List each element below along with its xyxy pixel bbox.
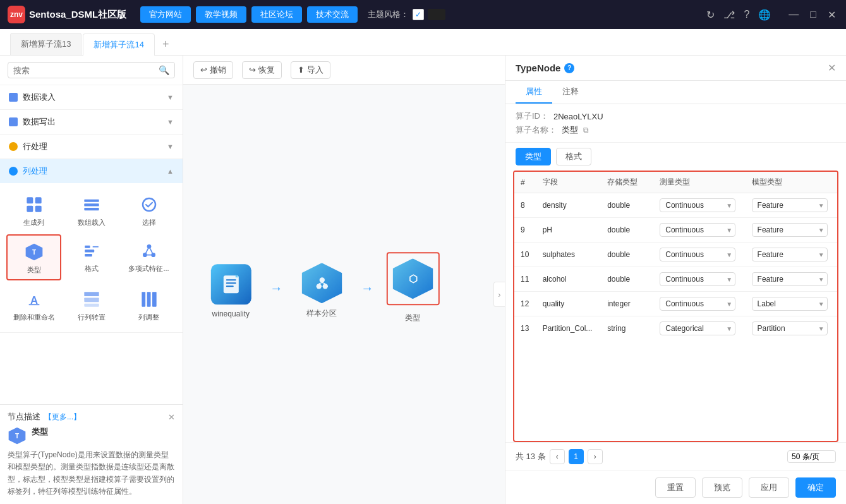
model-select[interactable]: FeatureLabelPartitionNone: [752, 198, 828, 212]
node-desc-close-btn[interactable]: ✕: [168, 412, 175, 422]
sidebar-item-select[interactable]: 选择: [121, 188, 176, 232]
import-icon: ⬆: [298, 65, 305, 75]
theme-check[interactable]: ✓: [413, 9, 424, 20]
globe-icon[interactable]: 🌐: [758, 9, 771, 21]
cell-num: 12: [514, 292, 536, 316]
panel-close-btn[interactable]: ✕: [828, 62, 836, 74]
sidebar-item-arr-load[interactable]: 数组载入: [64, 188, 119, 232]
close-btn[interactable]: ✕: [825, 9, 838, 21]
per-page-select[interactable]: 50 条/页 20 条/页 100 条/页: [787, 450, 836, 463]
theme-dark[interactable]: [428, 9, 445, 20]
total-count: 共 13 条: [516, 451, 546, 462]
panel-tab-note[interactable]: 注释: [552, 81, 589, 104]
right-panel: TypeNode ? ✕ 属性 注释 算子ID： 2NeaoLYLXU 算子名称…: [505, 56, 846, 504]
logo-icon: znv: [8, 6, 25, 23]
flow-container: winequality → 样本分区: [210, 258, 433, 323]
format-icon: [80, 239, 103, 262]
cell-measure: ContinuousCategoricalFlagTypeless ▼: [653, 316, 745, 341]
svg-text:T: T: [32, 249, 35, 256]
maximize-btn[interactable]: □: [807, 9, 819, 21]
cell-field: Partition_Col...: [536, 316, 601, 341]
model-select[interactable]: FeatureLabelPartitionNone: [752, 223, 828, 237]
help-icon[interactable]: ?: [744, 9, 749, 20]
sidebar-item-gen-col[interactable]: 生成列: [6, 188, 61, 232]
cell-num: 10: [514, 243, 536, 267]
section-header-data-out[interactable]: 数据写出 ▼: [0, 110, 183, 134]
search-icon: 🔍: [159, 65, 169, 75]
node-desc-header: 节点描述 【更多...】 ✕: [8, 411, 175, 423]
flow-node-type[interactable]: ⬡ 类型: [392, 258, 433, 323]
svg-rect-31: [226, 279, 236, 280]
type-icon: T: [23, 241, 45, 263]
undo-button[interactable]: ↩ 撤销: [193, 61, 233, 79]
reset-btn[interactable]: 重置: [655, 477, 696, 498]
section-header-row-proc[interactable]: 行处理 ▼: [0, 135, 183, 159]
btn-tech[interactable]: 技术交流: [307, 6, 358, 23]
measure-select[interactable]: ContinuousCategoricalFlagTypeless: [660, 297, 735, 311]
model-select[interactable]: FeatureLabelPartitionNone: [752, 297, 828, 311]
flow-node-winequality[interactable]: winequality: [210, 264, 251, 318]
measure-select[interactable]: ContinuousCategoricalFlagTypeless: [660, 223, 735, 237]
tab-2[interactable]: 新增算子流14: [83, 33, 154, 56]
sidebar-item-col-adj[interactable]: 列调整: [121, 283, 176, 327]
search-wrap[interactable]: 🔍: [8, 62, 175, 78]
copy-icon[interactable]: ⧉: [583, 126, 589, 135]
svg-rect-5: [84, 203, 99, 206]
panel-help-icon[interactable]: ?: [564, 63, 574, 73]
tab-1[interactable]: 新增算子流13: [10, 33, 82, 55]
sidebar-item-row-col[interactable]: 行列转置: [64, 283, 119, 327]
model-select[interactable]: FeatureLabelPartitionNone: [752, 272, 828, 286]
sidebar-item-delete-rename[interactable]: A 删除和重命名: [6, 283, 61, 327]
table-row: 9 pH double ContinuousCategoricalFlagTyp…: [514, 218, 837, 243]
node-desc-more-link[interactable]: 【更多...】: [44, 412, 81, 423]
sidebar-item-type[interactable]: T 类型: [6, 234, 61, 280]
section-header-col-proc[interactable]: 列处理 ▲: [0, 159, 183, 183]
panel-tab-attr[interactable]: 属性: [516, 81, 552, 104]
subtab-format[interactable]: 格式: [556, 148, 591, 165]
undo-icon: ↩: [200, 65, 207, 75]
measure-select[interactable]: ContinuousCategoricalFlagTypeless: [660, 272, 735, 286]
svg-rect-3: [35, 206, 41, 212]
cell-storage: string: [601, 316, 653, 341]
table-row: 13 Partition_Col... string ContinuousCat…: [514, 316, 837, 341]
redo-button[interactable]: ↪ 恢复: [242, 61, 282, 79]
measure-select[interactable]: ContinuousCategoricalFlagTypeless: [660, 198, 735, 212]
canvas-toggle-btn[interactable]: ›: [493, 282, 505, 307]
node-desc-title: 节点描述 【更多...】: [8, 411, 81, 423]
measure-select[interactable]: ContinuousCategoricalFlagTypeless: [660, 248, 735, 261]
page-prev-btn[interactable]: ‹: [550, 449, 565, 464]
apply-btn[interactable]: 应用: [749, 477, 789, 498]
minimize-btn[interactable]: —: [786, 9, 801, 21]
svg-rect-23: [84, 298, 99, 303]
search-input[interactable]: [13, 66, 155, 75]
page-next-btn[interactable]: ›: [588, 449, 603, 464]
model-select[interactable]: FeatureLabelPartitionNone: [752, 248, 828, 261]
flow-node-sample[interactable]: 样本分区: [301, 263, 342, 319]
section-header-data-in[interactable]: 数据读入 ▼: [0, 85, 183, 109]
arrow-col-proc: ▲: [167, 167, 174, 175]
sidebar-content: 数据读入 ▼ 数据写出 ▼ 行处理 ▼: [0, 85, 183, 404]
sidebar-item-format[interactable]: 格式: [64, 234, 119, 280]
sample-icon: [301, 263, 342, 303]
subtab-type[interactable]: 类型: [516, 148, 551, 165]
cell-field: density: [536, 193, 601, 218]
confirm-btn[interactable]: 确定: [795, 477, 836, 498]
cell-num: 13: [514, 316, 536, 341]
btn-forum[interactable]: 社区论坛: [251, 6, 302, 23]
flow-arrow-1: →: [270, 281, 282, 296]
canvas-body[interactable]: winequality → 样本分区: [183, 85, 505, 504]
btn-video[interactable]: 教学视频: [196, 6, 246, 23]
preview-btn[interactable]: 预览: [702, 477, 742, 498]
page-1-btn[interactable]: 1: [569, 449, 584, 464]
svg-rect-22: [84, 292, 99, 297]
model-select[interactable]: FeatureLabelPartitionNone: [752, 321, 828, 335]
svg-rect-0: [27, 197, 33, 203]
refresh-icon[interactable]: ↻: [706, 9, 715, 21]
cell-storage: double: [601, 193, 653, 218]
branch-icon[interactable]: ⎇: [723, 9, 735, 21]
measure-select[interactable]: ContinuousCategoricalFlagTypeless: [660, 321, 735, 335]
import-button[interactable]: ⬆ 导入: [291, 61, 330, 79]
sidebar-item-poly[interactable]: 多项式特征...: [121, 234, 176, 280]
btn-official[interactable]: 官方网站: [140, 6, 191, 23]
tab-add-btn[interactable]: +: [156, 34, 176, 55]
